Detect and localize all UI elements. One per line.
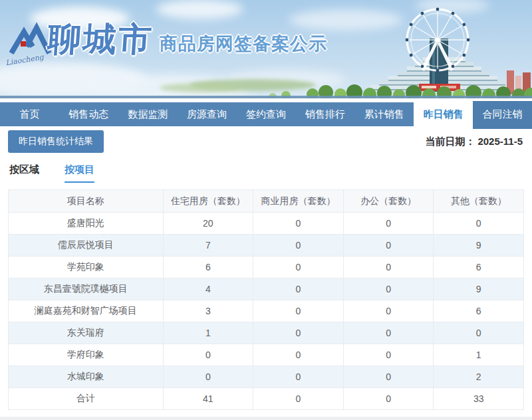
table-total-row: 合计410033 <box>9 388 524 410</box>
table-cell: 0 <box>253 300 344 322</box>
project-sales-table: 项目名称 住宅用房（套数） 商业用房（套数） 办公（套数） 其他（套数） 盛唐阳… <box>8 189 524 410</box>
table-header-cell: 其他（套数） <box>434 190 524 213</box>
table-cell: 0 <box>253 388 344 410</box>
table-row: 水城印象0002 <box>9 366 524 388</box>
table-header: 项目名称 住宅用房（套数） 商业用房（套数） 办公（套数） 其他（套数） <box>9 190 524 213</box>
main-navbar: 首页销售动态数据监测房源查询签约查询销售排行累计销售昨日销售合同注销 <box>0 102 532 126</box>
table-cell: 2 <box>434 366 524 388</box>
nav-item-contract-cancel[interactable]: 合同注销 <box>473 101 532 129</box>
table-cell: 0 <box>253 322 344 344</box>
table-row: 儒辰辰悦项目7009 <box>9 235 524 257</box>
table-cell: 0 <box>253 344 344 366</box>
table-cell: 0 <box>343 322 434 344</box>
table-cell: 9 <box>434 278 524 300</box>
table-cell: 东昌壹號院璞樾项目 <box>9 278 164 300</box>
table-row: 学府印象0001 <box>9 344 524 366</box>
table-cell: 0 <box>343 388 434 410</box>
table-cell: 水城印象 <box>9 366 164 388</box>
table-header-cell: 商业用房（套数） <box>253 190 344 213</box>
table-cell: 9 <box>434 235 524 257</box>
city-name: 聊城市 <box>47 17 156 62</box>
table-cell: 6 <box>434 300 524 322</box>
page: Liaocheng 聊城市 商品房网签备案公示 首页销售动态数据监测房源查询签约… <box>0 0 532 420</box>
nav-item-cumulative-sales[interactable]: 累计销售 <box>354 102 414 126</box>
tab-by-region[interactable]: 按区域 <box>9 163 39 183</box>
table-body: 盛唐阳光20000儒辰辰悦项目7009学苑印象6006东昌壹號院璞樾项目4009… <box>9 213 524 410</box>
banner: Liaocheng 聊城市 商品房网签备案公示 <box>0 0 532 98</box>
table-cell: 0 <box>163 366 253 388</box>
table-cell: 0 <box>343 300 434 322</box>
table-cell: 0 <box>343 213 434 235</box>
table-cell: 0 <box>253 213 344 235</box>
table-cell: 澜庭嘉苑和财智广场项目 <box>9 300 164 322</box>
table-cell: 1 <box>434 344 524 366</box>
nav-item-sales-trend[interactable]: 销售动态 <box>59 102 118 126</box>
current-date-value: 2025-11-5 <box>477 136 523 147</box>
nav-item-listing-query[interactable]: 房源查询 <box>178 102 237 126</box>
table-cell: 东关瑞府 <box>9 322 164 344</box>
table-cell: 儒辰辰悦项目 <box>9 235 164 257</box>
table-cell: 0 <box>253 366 344 388</box>
table-cell: 0 <box>434 213 524 235</box>
table-cell: 学苑印象 <box>9 257 164 278</box>
table-cell: 0 <box>343 278 434 300</box>
table-row: 学苑印象6006 <box>9 257 524 278</box>
table-cell: 6 <box>434 257 524 278</box>
nav-item-sales-ranking[interactable]: 销售排行 <box>295 102 354 126</box>
table-cell: 合计 <box>9 388 164 410</box>
table-cell: 1 <box>163 322 253 344</box>
site-title: 商品房网签备案公示 <box>160 32 327 56</box>
table-cell: 0 <box>253 257 344 278</box>
nav-item-data-monitor[interactable]: 数据监测 <box>118 102 178 126</box>
table-cell: 0 <box>343 235 434 257</box>
table-cell: 3 <box>163 300 253 322</box>
table-cell: 6 <box>163 257 253 278</box>
table-cell: 0 <box>434 322 524 344</box>
current-date: 当前日期：2025-11-5 <box>425 136 523 148</box>
table-cell: 0 <box>343 366 434 388</box>
table-row: 东关瑞府1000 <box>9 322 524 344</box>
tab-by-project[interactable]: 按项目 <box>65 163 94 183</box>
table-row: 东昌壹號院璞樾项目4009 <box>9 278 524 300</box>
table-cell: 学府印象 <box>9 344 164 366</box>
table-header-cell: 住宅用房（套数） <box>163 190 253 213</box>
table-row: 盛唐阳光20000 <box>9 213 524 235</box>
table-cell: 4 <box>163 278 253 300</box>
table-cell: 7 <box>163 235 253 257</box>
view-tabs: 按区域 按项目 <box>9 163 532 183</box>
table-cell: 0 <box>253 278 344 300</box>
table-header-cell: 办公（套数） <box>343 190 434 213</box>
bottom-strip <box>0 417 532 420</box>
table-cell: 0 <box>163 344 253 366</box>
table-cell: 0 <box>343 257 434 278</box>
table-cell: 0 <box>343 344 434 366</box>
nav-item-yesterday-sales[interactable]: 昨日销售 <box>414 101 473 133</box>
nav-item-signing-query[interactable]: 签约查询 <box>237 102 296 126</box>
table-row: 澜庭嘉苑和财智广场项目3006 <box>9 300 524 322</box>
current-date-label: 当前日期： <box>425 136 475 147</box>
table-header-cell: 项目名称 <box>9 190 164 213</box>
table-cell: 盛唐阳光 <box>9 213 164 235</box>
table-cell: 20 <box>163 213 253 235</box>
nav-item-home[interactable]: 首页 <box>0 102 59 126</box>
table-cell: 0 <box>253 235 344 257</box>
table-cell: 33 <box>434 388 524 410</box>
yesterday-stats-button[interactable]: 昨日销售统计结果 <box>8 130 104 153</box>
table-cell: 41 <box>163 388 253 410</box>
